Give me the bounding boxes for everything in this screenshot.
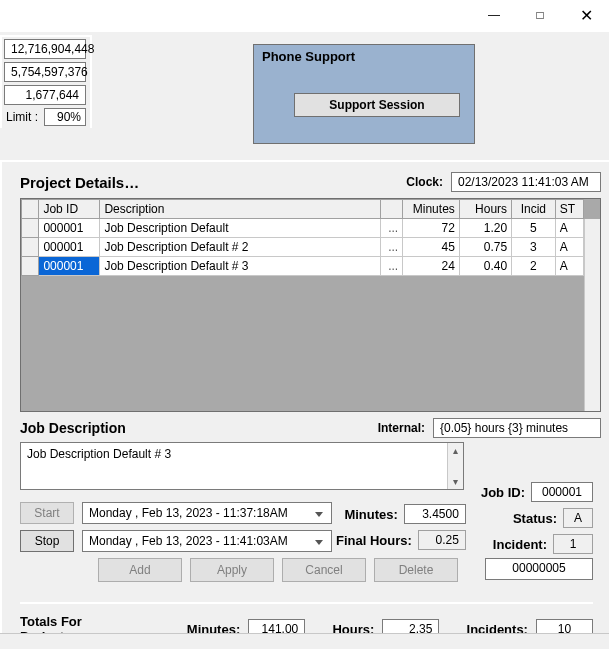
internal-label: Internal: — [378, 421, 425, 435]
limit-label: Limit : — [4, 110, 38, 124]
stop-time-picker[interactable]: Monday , Feb 13, 2023 - 11:41:03AM — [82, 530, 332, 552]
main-panel: Project Details… Clock: 02/13/2023 11:41… — [0, 160, 609, 649]
col-st[interactable]: ST — [555, 200, 583, 219]
incident-value: 1 — [553, 534, 593, 554]
status-label: Status: — [513, 511, 557, 526]
cell-hours[interactable]: 1.20 — [459, 219, 511, 238]
titlebar: — □ ✕ — [0, 0, 609, 30]
grid-scrollbar[interactable] — [584, 219, 600, 411]
final-hours-value: 0.25 — [418, 530, 466, 550]
project-details-title: Project Details… — [20, 174, 139, 191]
start-time-picker[interactable]: Monday , Feb 13, 2023 - 11:37:18AM — [82, 502, 332, 524]
controls-block: Job Description Default # 3 ▴ ▾ Job ID: … — [20, 442, 601, 490]
table-row[interactable]: 000001Job Description Default # 2...450.… — [22, 238, 584, 257]
chevron-down-icon: ▾ — [453, 476, 458, 487]
cell-hours[interactable]: 0.40 — [459, 257, 511, 276]
chevron-up-icon: ▴ — [453, 445, 458, 456]
delete-button[interactable]: Delete — [374, 558, 458, 582]
close-button[interactable]: ✕ — [563, 0, 609, 30]
apply-button[interactable]: Apply — [190, 558, 274, 582]
description-scrollbar[interactable]: ▴ ▾ — [447, 443, 463, 489]
cell-minutes[interactable]: 45 — [403, 238, 460, 257]
job-description-label: Job Description — [20, 420, 126, 436]
col-desc[interactable]: Description — [100, 200, 381, 219]
final-hours-label: Final Hours: — [336, 533, 412, 548]
internal-value: {0.05} hours {3} minutes — [433, 418, 601, 438]
minutes-label: Minutes: — [344, 507, 397, 522]
job-description-field[interactable]: Job Description Default # 3 ▴ ▾ — [20, 442, 464, 490]
cell-jobid[interactable]: 000001 — [39, 238, 100, 257]
minutes-value[interactable]: 3.4500 — [404, 504, 466, 524]
table-row[interactable]: 000001Job Description Default # 3...240.… — [22, 257, 584, 276]
row-header[interactable] — [22, 257, 39, 276]
cell-jobid[interactable]: 000001 — [39, 219, 100, 238]
status-value: A — [563, 508, 593, 528]
cell-ellipsis[interactable]: ... — [381, 257, 403, 276]
col-incid[interactable]: Incid — [512, 200, 556, 219]
jobid-value[interactable]: 000001 — [531, 482, 593, 502]
start-button[interactable]: Start — [20, 502, 74, 524]
cell-st[interactable]: A — [555, 219, 583, 238]
minimize-button[interactable]: — — [471, 0, 517, 30]
metric-2: 5,754,597,376 — [4, 62, 86, 82]
cell-minutes[interactable]: 72 — [403, 219, 460, 238]
row-header[interactable] — [22, 238, 39, 257]
cell-minutes[interactable]: 24 — [403, 257, 460, 276]
col-jobid[interactable]: Job ID — [39, 200, 100, 219]
cell-desc[interactable]: Job Description Default # 3 — [100, 257, 381, 276]
clock-label: Clock: — [406, 175, 443, 189]
phone-support-panel: Phone Support Support Session — [253, 44, 475, 144]
row-header[interactable] — [22, 219, 39, 238]
incident-label: Incident: — [493, 537, 547, 552]
stop-button[interactable]: Stop — [20, 530, 74, 552]
clock-value: 02/13/2023 11:41:03 AM — [451, 172, 601, 192]
cell-incid[interactable]: 2 — [512, 257, 556, 276]
limit-value: 90% — [44, 108, 86, 126]
window-horizontal-scrollbar[interactable] — [0, 633, 609, 649]
cancel-button[interactable]: Cancel — [282, 558, 366, 582]
cell-desc[interactable]: Job Description Default — [100, 219, 381, 238]
maximize-button[interactable]: □ — [517, 0, 563, 30]
record-counter: 00000005 — [485, 558, 593, 580]
cell-desc[interactable]: Job Description Default # 2 — [100, 238, 381, 257]
cell-hours[interactable]: 0.75 — [459, 238, 511, 257]
top-metrics-block: 12,716,904,448 5,754,597,376 1,677,644 L… — [0, 35, 92, 128]
add-button[interactable]: Add — [98, 558, 182, 582]
cell-incid[interactable]: 3 — [512, 238, 556, 257]
job-description-text: Job Description Default # 3 — [27, 447, 171, 461]
action-row: Add Apply Cancel Delete — [98, 558, 458, 582]
cell-st[interactable]: A — [555, 238, 583, 257]
col-hours[interactable]: Hours — [459, 200, 511, 219]
metric-3: 1,677,644 — [4, 85, 86, 105]
phone-support-label: Phone Support — [254, 45, 474, 64]
cell-jobid[interactable]: 000001 — [39, 257, 100, 276]
cell-ellipsis[interactable]: ... — [381, 238, 403, 257]
cell-st[interactable]: A — [555, 257, 583, 276]
project-grid[interactable]: Job ID Description Minutes Hours Incid S… — [20, 198, 601, 412]
jobid-label: Job ID: — [481, 485, 525, 500]
col-minutes[interactable]: Minutes — [403, 200, 460, 219]
table-row[interactable]: 000001Job Description Default...721.205A — [22, 219, 584, 238]
cell-incid[interactable]: 5 — [512, 219, 556, 238]
cell-ellipsis[interactable]: ... — [381, 219, 403, 238]
metric-1: 12,716,904,448 — [4, 39, 86, 59]
support-session-button[interactable]: Support Session — [294, 93, 460, 117]
